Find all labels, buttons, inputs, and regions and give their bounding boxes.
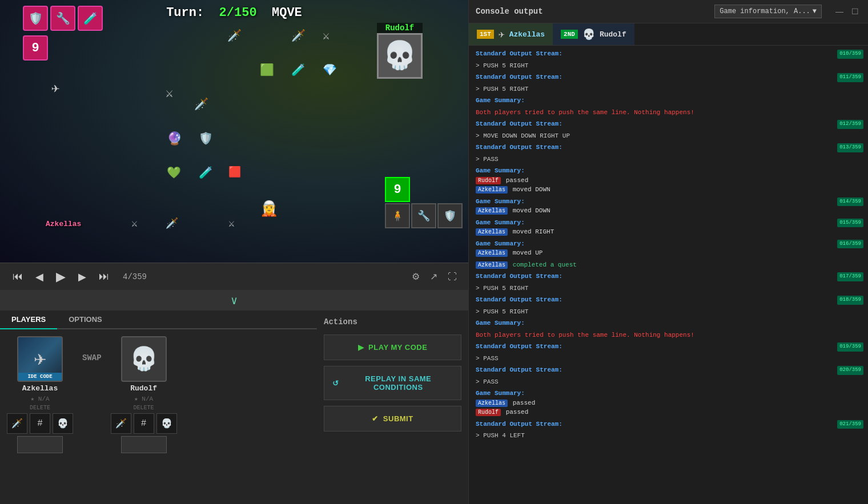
console-log[interactable]: Standard Output Stream: 010/359> PUSH 5 …: [469, 46, 868, 504]
turn-badge: 018/359: [837, 296, 863, 305]
next-button[interactable]: ▶: [75, 268, 90, 285]
turn-unit: MQVE: [272, 6, 302, 20]
turn-badge: 013/359: [837, 143, 863, 152]
playback-bar: ⏮ ◀ ▶ ▶ ⏭ 4/359 ⚙ ↗ ⛶: [0, 263, 468, 290]
chevron-strip[interactable]: ∨: [0, 290, 468, 311]
tab-options[interactable]: OPTIONS: [57, 311, 114, 328]
play-button[interactable]: ▶: [53, 267, 69, 287]
turn-badge: 015/359: [837, 219, 863, 228]
player-card-rudolf: 💀 Rudolf ★ N/A DELETE 🗡️ # 💀: [111, 336, 177, 453]
sprite-16: ⚔️: [228, 217, 235, 229]
azkellas-name: Azkellas: [22, 384, 58, 393]
rudolf-icon3: 💀: [156, 413, 177, 434]
play-my-code-button[interactable]: ▶ PLAY MY CODE: [324, 334, 461, 360]
tab-bar: PLAYERS OPTIONS: [0, 311, 317, 329]
skip-end-button[interactable]: ⏭: [95, 268, 112, 285]
players-content: ✈️ IDE CODE Azkellas ★ N/A DELETE 🗡️ # 💀: [0, 329, 317, 504]
tab-players[interactable]: PLAYERS: [0, 311, 57, 329]
fullscreen-button[interactable]: ⛶: [445, 269, 459, 284]
inventory-number: 9: [385, 177, 410, 202]
log-stream-entry: Standard Output Stream: 010/359: [469, 48, 868, 60]
turn-badge: 011/359: [837, 73, 863, 82]
log-command: > PASS: [469, 353, 868, 365]
player-tag: Azkellas: [476, 186, 508, 193]
rudolf-icons: 🗡️ # 💀: [111, 413, 177, 434]
sprite-plane: ✈️: [51, 80, 59, 96]
log-stream-entry: Standard Output Stream: 012/359: [469, 118, 868, 130]
log-summary-multi: Game Summary:Azkellas passedRudolf passe…: [469, 388, 868, 418]
log-summary-quest: Azkellas completed a quest: [469, 259, 868, 271]
left-panel: 🛡️ 🔧 🧪 9 Turn: 2/150 MQVE Rudolf 💀 Azkel…: [0, 0, 468, 504]
badge1-icon: ✈️: [499, 28, 505, 41]
rudolf-delete[interactable]: DELETE: [134, 405, 154, 411]
player-tag: Azkellas: [476, 249, 508, 257]
sprite-6: 🗡️: [227, 29, 242, 43]
swap-label: SWAP: [82, 353, 102, 362]
replay-button[interactable]: ↺ REPLAY IN SAME CONDITIONS: [324, 366, 461, 400]
hud-item-shield: 🛡️: [23, 6, 48, 31]
badge2-name: Rudolf: [600, 30, 626, 39]
azkellas-label: Azkellas: [46, 220, 81, 228]
log-stream-entry: Standard Output Stream: 019/359: [469, 341, 868, 353]
azkellas-avatar: ✈️ IDE CODE: [17, 336, 63, 382]
game-info-dropdown[interactable]: Game information, A... ▼: [714, 5, 822, 18]
log-stream-entry: Standard Output Stream: 017/359: [469, 271, 868, 283]
player-tag: Azkellas: [476, 261, 508, 269]
turn-display: Turn: 2/150 MQVE: [166, 6, 302, 20]
hud-item-potion: 🧪: [78, 6, 103, 31]
log-command: > PUSH 5 RIGHT: [469, 283, 868, 295]
azkellas-icon1: 🗡️: [7, 413, 27, 434]
settings-button[interactable]: ⚙: [409, 269, 422, 284]
sprite-15: 🗡️: [166, 217, 178, 229]
play-label: PLAY MY CODE: [368, 343, 427, 352]
replay-icon: ↺: [332, 379, 339, 388]
sprite-1: ⚔️: [166, 86, 173, 101]
sprite-13: 🟥: [228, 166, 241, 178]
prev-button[interactable]: ◀: [32, 268, 47, 285]
sprite-2: 🗡️: [194, 97, 208, 111]
sprite-4: 🧪: [291, 63, 306, 77]
azkellas-rating: ★ N/A: [30, 395, 49, 402]
player-badges: 1ST ✈️ Azkellas 2ND 💀 Rudolf: [469, 23, 868, 46]
replay-label: REPLAY IN SAME CONDITIONS: [344, 374, 453, 392]
actions-title: Actions: [324, 317, 461, 326]
window-controls: — ☐: [833, 6, 861, 17]
turn-badge: 014/359: [837, 197, 863, 207]
playback-progress: 4/359: [123, 272, 147, 281]
azkellas-delete[interactable]: DELETE: [30, 405, 50, 411]
skip-start-button[interactable]: ⏮: [9, 268, 26, 285]
play-icon: ▶: [358, 343, 364, 352]
log-summary: Game Summary:: [469, 95, 868, 107]
hud-number: 9: [23, 35, 48, 61]
log-summary-single: Game Summary: 014/359 Azkellas moved DOW…: [469, 196, 868, 217]
log-summary-text: Both players tried to push the same line…: [469, 329, 868, 341]
rudolf-rating: ★ N/A: [134, 395, 153, 402]
log-summary-multi: Game Summary:Rudolf passedAzkellas moved…: [469, 165, 868, 196]
player-tag: Azkellas: [476, 228, 508, 236]
badge2-rank: 2ND: [561, 30, 578, 39]
ide-code-badge: IDE CODE: [18, 373, 62, 381]
chevron-icon: ∨: [231, 293, 238, 308]
submit-button[interactable]: ✔ SUBMIT: [324, 406, 461, 432]
badge-azkellas: 1ST ✈️ Azkellas: [469, 23, 553, 45]
log-command: > PUSH 5 RIGHT: [469, 83, 868, 95]
rudolf-avatar: 💀: [121, 336, 167, 382]
minimize-button[interactable]: —: [833, 6, 846, 17]
log-summary-single: Game Summary: 015/359 Azkellas moved RIG…: [469, 217, 868, 238]
turn-badge: 021/359: [837, 420, 863, 429]
turn-badge: 010/359: [837, 50, 863, 59]
azkellas-icon3: 💀: [53, 413, 73, 434]
rudolf-badge: Rudolf 💀: [377, 23, 423, 79]
inventory-items: 🧍 🔧 🛡️: [385, 203, 463, 228]
maximize-button[interactable]: ☐: [849, 6, 861, 17]
rudolf-name: Rudolf: [377, 23, 423, 33]
share-button[interactable]: ↗: [428, 269, 440, 284]
submit-label: SUBMIT: [383, 414, 413, 423]
inventory-bar: 9 🧍 🔧 🛡️: [385, 177, 463, 228]
log-command: > MOVE DOWN DOWN RIGHT UP: [469, 130, 868, 142]
player-tag: Azkellas: [476, 207, 508, 215]
sprite-10: 🛡️: [199, 131, 213, 146]
turn-badge: 020/359: [837, 366, 863, 375]
turn-badge: 019/359: [837, 342, 863, 352]
sprite-8: ⚔️: [323, 29, 329, 43]
